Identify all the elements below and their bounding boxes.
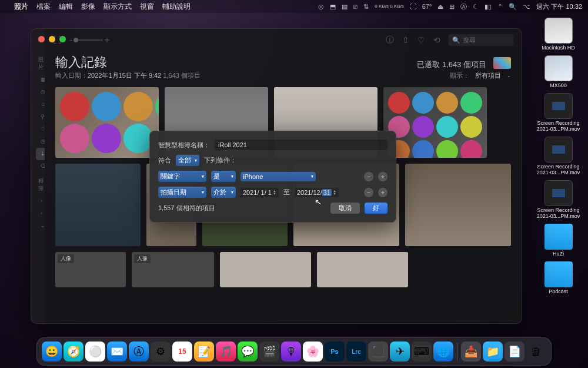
favorite-icon[interactable]: ♡ [417,35,425,45]
menu-view[interactable]: 顯示方式 [103,2,132,12]
dock-folder[interactable]: 📄 [505,342,524,362]
search-input[interactable]: 🔍搜尋 [449,34,513,46]
dock-app[interactable]: ✈ [390,342,410,362]
dock-finder[interactable]: 😀 [42,342,62,362]
sidebar-item-year[interactable]: ⚙iRoll 2009 [36,257,45,269]
photo-thumb[interactable] [317,252,408,287]
desktop-item-mov[interactable]: Screen Recording 2021-03...PM.mov [533,180,583,219]
dock-photos[interactable]: 🌸 [303,342,323,362]
status-icon[interactable]: ⇅ [363,3,369,11]
field-select[interactable]: 拍攝日期▾ [158,187,206,198]
menu-help[interactable]: 輔助說明 [162,2,191,12]
rotate-icon[interactable]: ⟲ [433,35,440,45]
share-icon[interactable]: ⇧ [402,35,409,45]
album-name-input[interactable] [215,140,387,150]
field-select[interactable]: 關鍵字▾ [158,171,206,182]
airplay-icon[interactable]: ⏏ [437,3,443,11]
date-to-input[interactable]: 2021/12/31▲▼ [295,188,339,197]
dock-folder[interactable]: 📁 [483,342,503,362]
dock-calendar[interactable]: 15 [172,342,192,362]
sidebar-item-shared[interactable]: ›共享的相簿 [36,207,45,220]
ok-button[interactable]: 好 [365,203,387,214]
desktop-item-folder[interactable]: HuZi [533,224,583,257]
menu-image[interactable]: 影像 [81,2,95,12]
sidebar-item-album[interactable]: ⚙Hardgraft [36,232,45,244]
dock-app[interactable]: 🎵 [216,342,236,362]
close-button[interactable] [38,36,45,42]
battery-icon[interactable]: ▮▯ [485,3,492,11]
remove-rule-button[interactable]: − [364,188,373,197]
dock-app[interactable]: 💬 [238,342,258,362]
sidebar-item-year[interactable]: ⚙iRoll 2014 [36,319,45,323]
menu-edit[interactable]: 編輯 [59,2,73,12]
value-select[interactable]: iPhone▾ [240,172,316,181]
sidebar-item-year[interactable]: ⚙iRoll 2011 [36,281,45,294]
sidebar-item-imports[interactable]: ⇣輸入記錄 [36,148,45,160]
desktop-item-printer[interactable]: MX500 [533,55,583,88]
date-from-input[interactable]: 2021/ 1/ 1▲▼ [240,188,279,197]
dock-lightroom[interactable]: Lrc [346,342,366,362]
photo-thumb[interactable] [383,87,487,158]
spotlight-icon[interactable]: 🔍 [509,3,517,11]
add-rule-button[interactable]: + [378,188,387,197]
sidebar-item-memories[interactable]: ◷回憶 [36,86,45,98]
zoom-slider[interactable]: -+ [69,35,110,45]
remove-rule-button[interactable]: − [364,172,373,181]
control-center-icon[interactable]: ⌥ [523,3,530,11]
status-icon[interactable]: ⊞ [449,3,455,11]
cancel-button[interactable]: 取消 [330,203,360,214]
sidebar-item-media[interactable]: ›媒體類型 [36,195,45,207]
desktop-item-folder[interactable]: Podcast [533,261,583,294]
desktop-item-hd[interactable]: Macintosh HD [533,18,583,51]
dock-trash[interactable]: 🗑 [526,342,546,362]
menu-file[interactable]: 檔案 [36,2,51,12]
clock[interactable]: 週六 下午 10:32 [536,2,582,11]
photo-thumb[interactable]: 人像 [55,252,126,287]
op-select[interactable]: 是▾ [211,171,236,182]
info-icon[interactable]: ⓘ [386,35,394,45]
sidebar-item-deleted[interactable]: ⌫最近刪除 [36,160,45,173]
dock-app[interactable]: 📥 [461,342,481,362]
match-select[interactable]: 全部▾ [176,155,199,166]
op-select[interactable]: 介於▾ [211,187,236,198]
photo-thumb[interactable] [405,164,511,246]
wifi-icon[interactable]: ⌃ [497,3,503,11]
sidebar-item-places[interactable]: ⚲地點 [36,111,45,123]
aspect-icon[interactable]: ⛶ [53,35,61,45]
dock-app[interactable]: ⚪ [85,342,105,362]
sidebar-item-year[interactable]: ⚙iRoll 2012 [36,294,45,306]
sidebar-item-year[interactable]: ⚙iRoll 2010 [36,269,45,281]
desktop-item-mov[interactable]: Screen Recording 2021-03...PM.mov [533,137,583,175]
temp-icon[interactable]: ⛶ [410,3,416,10]
photo-thumb[interactable]: 人像 [132,252,214,287]
chevron-down-icon[interactable]: ⌄ [507,73,511,78]
sidebar-item-myalbums[interactable]: ⌄我的相簿 [36,220,45,232]
dnd-icon[interactable]: ☾ [473,3,479,11]
status-icon[interactable]: ⎚ [353,3,358,10]
dock-app[interactable]: Ⓐ [129,342,149,362]
app-menu[interactable]: 照片 [14,2,28,12]
dock-photoshop[interactable]: Ps [325,342,345,362]
dock-app[interactable]: ⌨ [412,342,432,362]
dock-app[interactable]: ⚙ [151,342,171,362]
status-icon[interactable]: ◎ [318,3,324,11]
dock-app[interactable]: 🧭 [64,342,83,362]
status-icon[interactable]: ▤ [342,3,348,11]
photo-thumb[interactable] [55,164,141,246]
sidebar-item-recents[interactable]: ◷最近項目 [36,135,45,148]
dock-app[interactable]: 🎬 [259,342,279,362]
dock-app[interactable]: 🎙 [281,342,301,362]
desktop-item-mov[interactable]: Screen Recording 2021-03...PM.mov [533,93,583,132]
dock-app[interactable]: ✉️ [107,342,127,362]
dock-app[interactable]: ⬛ [368,342,388,362]
sidebar-item-year[interactable]: ⚙iRoll 2013 [36,306,45,319]
sidebar-item-folder[interactable]: ⌄iRoll [36,244,45,257]
sidebar-item-favorites[interactable]: ♡喜好項目 [36,123,45,135]
photo-thumb[interactable] [55,87,159,158]
add-rule-button[interactable]: + [378,172,387,181]
dropbox-icon[interactable]: ⬒ [330,3,336,11]
photo-thumb[interactable] [220,252,311,287]
sidebar-item-people[interactable]: ☺人物 [36,98,45,111]
sidebar-item-library[interactable]: ▦圖庫 [36,74,45,86]
menu-window[interactable]: 視窗 [140,2,154,12]
